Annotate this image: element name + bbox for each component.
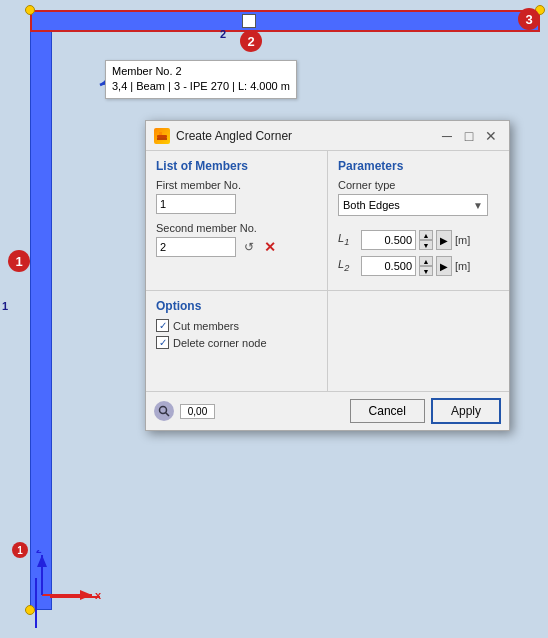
l1-unit: [m]	[455, 234, 470, 246]
corner-type-value: Both Edges	[343, 199, 400, 211]
svg-point-11	[160, 407, 167, 414]
delete-corner-checkbox[interactable]: ✓	[156, 336, 169, 349]
l1-label: L1	[338, 232, 358, 247]
options-section: Options ✓ Cut members ✓ Delete corner no…	[146, 291, 328, 391]
axis-arrows: x z	[32, 550, 112, 610]
maximize-button[interactable]: □	[459, 126, 479, 146]
delete-corner-label: Delete corner node	[173, 337, 267, 349]
svg-rect-9	[159, 132, 162, 135]
options-title: Options	[156, 299, 317, 313]
first-member-label: First member No.	[156, 179, 317, 191]
list-of-members-section: List of Members First member No. Second …	[146, 151, 328, 290]
second-member-label: Second member No.	[156, 222, 317, 234]
l1-arrow-right[interactable]: ▶	[436, 230, 452, 250]
parameters-section: Parameters Corner type Both Edges ▼ L1 ▲…	[328, 151, 509, 290]
l2-arrow-right[interactable]: ▶	[436, 256, 452, 276]
dialog-sections-bottom: Options ✓ Cut members ✓ Delete corner no…	[146, 291, 509, 392]
second-member-input[interactable]	[156, 237, 236, 257]
l1-spin-down[interactable]: ▼	[419, 240, 433, 250]
dialog-titlebar: Create Angled Corner ─ □ ✕	[146, 121, 509, 151]
cut-members-row: ✓ Cut members	[156, 319, 317, 332]
create-angled-corner-dialog: Create Angled Corner ─ □ ✕ List of Membe…	[145, 120, 510, 431]
delete-corner-row: ✓ Delete corner node	[156, 336, 317, 349]
selection-handle	[242, 14, 256, 28]
delete-icon[interactable]: ✕	[262, 239, 278, 255]
svg-line-12	[166, 413, 170, 417]
badge-2: 2	[240, 30, 262, 52]
beam-number-horizontal: 2	[220, 28, 226, 40]
second-member-row: ↺ ✕	[156, 237, 317, 257]
horizontal-beam	[30, 10, 540, 32]
tooltip-detail: 3,4 | Beam | 3 - IPE 270 | L: 4.000 m	[112, 79, 290, 94]
dropdown-arrow-icon: ▼	[473, 200, 483, 211]
dialog-icon	[154, 128, 170, 144]
svg-rect-8	[157, 135, 167, 138]
apply-button[interactable]: Apply	[431, 398, 501, 424]
node-top-left	[25, 5, 35, 15]
l2-spin-up[interactable]: ▲	[419, 256, 433, 266]
member-tooltip: Member No. 2 3,4 | Beam | 3 - IPE 270 | …	[105, 60, 297, 99]
svg-text:x: x	[95, 589, 102, 601]
node-label-1: 1	[12, 542, 28, 558]
l1-spin-up[interactable]: ▲	[419, 230, 433, 240]
dialog-body: List of Members First member No. Second …	[146, 151, 509, 430]
dialog-title: Create Angled Corner	[176, 129, 435, 143]
dialog-footer: 0,00 Cancel Apply	[146, 392, 509, 430]
l2-spinners: ▲ ▼	[419, 256, 433, 276]
l2-spin-down[interactable]: ▼	[419, 266, 433, 276]
search-icon[interactable]	[154, 401, 174, 421]
l2-input[interactable]	[361, 256, 416, 276]
l1-input[interactable]	[361, 230, 416, 250]
corner-type-dropdown[interactable]: Both Edges ▼	[338, 194, 488, 216]
list-members-title: List of Members	[156, 159, 317, 173]
badge-1: 1	[8, 250, 30, 272]
empty-section	[328, 291, 509, 391]
first-member-row	[156, 194, 317, 214]
l2-field-row: L2 ▲ ▼ ▶ [m]	[338, 256, 499, 276]
cut-members-checkbox[interactable]: ✓	[156, 319, 169, 332]
close-button[interactable]: ✕	[481, 126, 501, 146]
beam-number-vertical: 1	[2, 300, 8, 312]
dialog-sections-top: List of Members First member No. Second …	[146, 151, 509, 291]
l2-label: L2	[338, 258, 358, 273]
badge-3: 3	[518, 8, 540, 30]
l1-field-row: L1 ▲ ▼ ▶ [m]	[338, 230, 499, 250]
corner-type-label: Corner type	[338, 179, 499, 191]
footer-value: 0,00	[180, 404, 215, 419]
tooltip-title: Member No. 2	[112, 64, 290, 79]
l2-unit: [m]	[455, 260, 470, 272]
l1-spinners: ▲ ▼	[419, 230, 433, 250]
parameters-title: Parameters	[338, 159, 499, 173]
cut-members-label: Cut members	[173, 320, 239, 332]
svg-text:z: z	[36, 550, 42, 555]
first-member-input[interactable]	[156, 194, 236, 214]
swap-icon[interactable]: ↺	[240, 238, 258, 256]
vertical-beam	[30, 10, 52, 610]
cancel-button[interactable]: Cancel	[350, 399, 425, 423]
minimize-button[interactable]: ─	[437, 126, 457, 146]
